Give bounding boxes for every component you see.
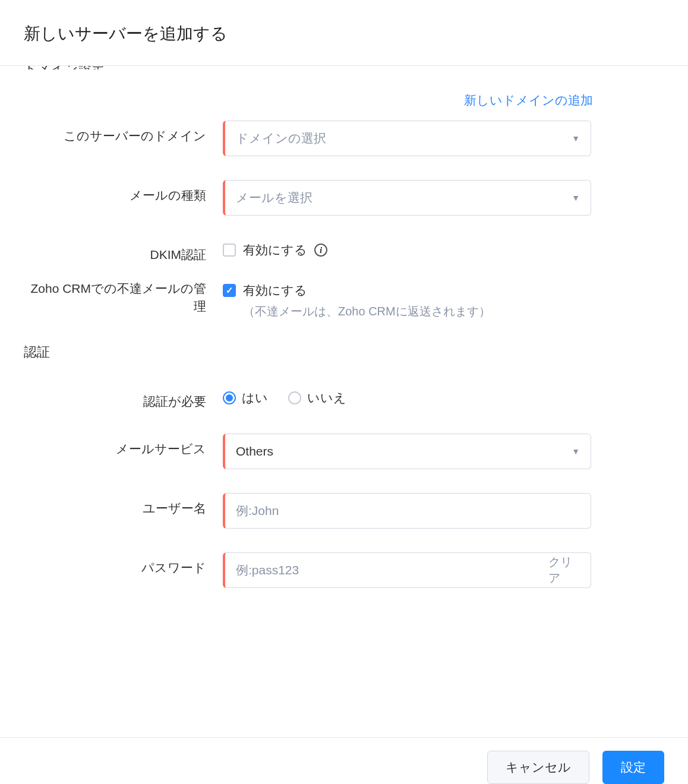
cancel-button[interactable]: キャンセル xyxy=(487,751,589,784)
chevron-down-icon: ▼ xyxy=(572,134,580,143)
auth-required-no[interactable]: いいえ xyxy=(288,390,346,406)
label-mail-service: メールサービス xyxy=(24,434,223,457)
auth-required-yes[interactable]: はい xyxy=(223,390,268,406)
radio-icon xyxy=(223,391,236,404)
label-server-domain: このサーバーのドメイン xyxy=(24,121,223,144)
bounce-helper-text: （不達メールは、Zoho CRMに返送されます） xyxy=(223,304,603,320)
chevron-down-icon: ▼ xyxy=(572,193,580,203)
password-input[interactable] xyxy=(236,553,541,587)
section-title-auth: 認証 xyxy=(24,343,664,361)
mail-type-select[interactable]: メールを選択 ▼ xyxy=(223,180,591,216)
password-clear-button[interactable]: クリア xyxy=(541,554,580,586)
chevron-down-icon: ▼ xyxy=(572,447,580,456)
label-mail-type: メールの種類 xyxy=(24,180,223,204)
username-input[interactable] xyxy=(236,494,580,528)
label-bounce-management: Zoho CRMでの不達メールの管理 xyxy=(24,280,223,316)
radio-label-no: いいえ xyxy=(307,390,346,406)
mail-service-select[interactable]: Others ▼ xyxy=(223,434,591,469)
dkim-checkbox[interactable] xyxy=(223,244,236,257)
mail-type-placeholder: メールを選択 xyxy=(236,189,572,206)
radio-label-yes: はい xyxy=(242,390,268,406)
server-domain-select[interactable]: ドメインの選択 ▼ xyxy=(223,121,591,156)
radio-icon xyxy=(288,391,301,404)
server-domain-placeholder: ドメインの選択 xyxy=(236,130,572,147)
dialog-footer: キャンセル 設定 xyxy=(0,737,688,784)
password-input-wrapper: クリア xyxy=(223,552,591,588)
dialog-body: ドメイン設定 新しいドメインの追加 このサーバーのドメイン ドメインの選択 ▼ … xyxy=(0,66,688,737)
label-auth-required: 認証が必要 xyxy=(24,386,223,410)
add-domain-link[interactable]: 新しいドメインの追加 xyxy=(464,93,593,107)
bounce-checkbox[interactable]: ✓ xyxy=(223,284,236,297)
dialog-header: 新しいサーバーを追加する xyxy=(0,0,688,66)
username-input-wrapper xyxy=(223,493,591,529)
info-icon[interactable]: i xyxy=(314,244,327,257)
label-username: ユーザー名 xyxy=(24,493,223,517)
label-password: パスワード xyxy=(24,552,223,576)
dkim-checkbox-label: 有効にする xyxy=(243,242,307,258)
mail-service-value: Others xyxy=(236,444,572,459)
label-dkim: DKIM認証 xyxy=(24,239,223,263)
bounce-checkbox-label: 有効にする xyxy=(243,282,307,299)
submit-button[interactable]: 設定 xyxy=(602,751,664,784)
dialog-title: 新しいサーバーを追加する xyxy=(24,23,664,45)
